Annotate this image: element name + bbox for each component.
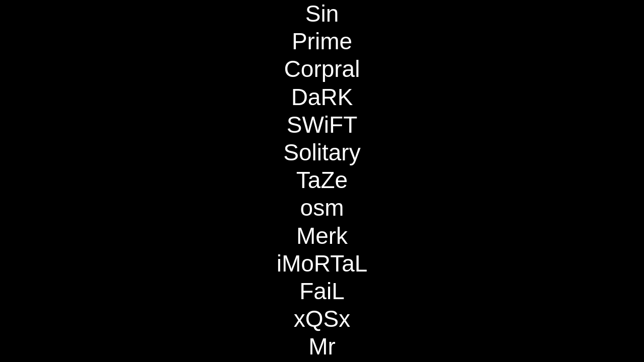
list-item: DaRK	[291, 83, 353, 111]
list-item: Corpral	[284, 55, 360, 83]
list-item: Merk	[296, 222, 348, 250]
list-item: TaZe	[296, 166, 348, 194]
list-item: Sin	[305, 0, 339, 28]
names-list: SinPrimeCorpralDaRKSWiFTSolitaryTaZeosmM…	[0, 0, 644, 362]
list-item: SWiFT	[287, 111, 358, 139]
list-item: iMoRTaL	[277, 250, 368, 278]
list-item: Solitary	[283, 139, 360, 166]
list-item: Prime	[292, 28, 352, 55]
list-item: osm	[300, 194, 344, 222]
list-item: xQSx	[294, 305, 350, 333]
list-item: Mr	[308, 333, 336, 360]
list-item: FaiL	[299, 278, 344, 305]
